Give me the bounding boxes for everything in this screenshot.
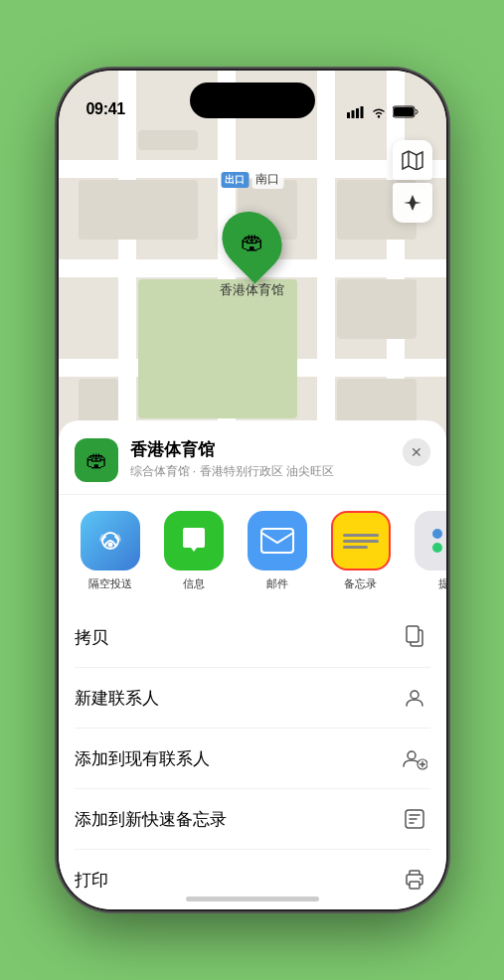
action-copy-label: 拷贝: [75, 626, 108, 649]
location-button[interactable]: [393, 183, 432, 223]
venue-icon: 🏟: [75, 438, 118, 482]
more-icon: [415, 511, 446, 571]
pin-label: 香港体育馆: [220, 281, 284, 299]
share-item-message[interactable]: 信息: [158, 511, 230, 591]
location-pin: 🏟 香港体育馆: [220, 210, 284, 299]
mail-icon: [248, 511, 307, 571]
phone-screen: 09:41: [59, 71, 446, 909]
svg-rect-6: [394, 107, 414, 116]
share-item-mail[interactable]: 邮件: [242, 511, 313, 591]
phone-frame: 09:41: [59, 71, 446, 909]
svg-rect-11: [407, 626, 419, 642]
action-new-contact-label: 新建联系人: [75, 687, 159, 710]
svg-point-4: [377, 115, 379, 117]
notes-line-2: [343, 540, 379, 543]
message-symbol: [177, 524, 211, 558]
pin-emoji: 🏟: [241, 228, 264, 255]
svg-point-13: [408, 751, 416, 759]
action-quick-note-label: 添加到新快速备忘录: [75, 808, 227, 831]
action-new-contact[interactable]: 新建联系人: [75, 668, 430, 729]
more-label: 提: [438, 576, 446, 591]
exit-tag: 出口: [221, 172, 249, 188]
dynamic-island: [190, 82, 315, 118]
map-controls[interactable]: [393, 140, 432, 223]
mail-label: 邮件: [266, 576, 288, 591]
status-icons: [347, 105, 419, 118]
svg-rect-0: [347, 112, 350, 118]
svg-rect-17: [410, 882, 420, 889]
signal-icon: [347, 106, 365, 118]
airdrop-icon: [81, 511, 140, 571]
print-icon: [399, 864, 430, 896]
copy-icon: [399, 621, 430, 653]
svg-rect-2: [356, 108, 359, 118]
action-quick-note[interactable]: 添加到新快速备忘录: [75, 789, 430, 850]
action-list: 拷贝 新建联系人: [59, 607, 446, 909]
bottom-sheet: 🏟 香港体育馆 综合体育馆 · 香港特别行政区 油尖旺区 ✕: [59, 420, 446, 909]
share-item-airdrop[interactable]: 隔空投送: [75, 511, 146, 591]
map-view-button[interactable]: [393, 140, 432, 180]
status-time: 09:41: [86, 100, 125, 118]
close-icon: ✕: [411, 444, 422, 460]
svg-rect-3: [360, 106, 363, 118]
action-copy[interactable]: 拷贝: [75, 607, 430, 668]
close-button[interactable]: ✕: [403, 438, 430, 466]
action-add-contact-label: 添加到现有联系人: [75, 747, 210, 770]
airdrop-symbol: [94, 525, 126, 557]
message-label: 信息: [183, 576, 205, 591]
location-icon: [404, 194, 421, 212]
south-exit-label: 南口: [252, 170, 283, 189]
svg-point-12: [411, 691, 419, 699]
venue-emoji: 🏟: [85, 447, 107, 473]
svg-rect-1: [351, 110, 354, 118]
map-label: 出口 南口: [221, 170, 283, 189]
wifi-icon: [371, 106, 387, 118]
mail-symbol: [259, 527, 295, 555]
share-row: 隔空投送 信息: [59, 495, 446, 607]
map-view-icon: [402, 150, 423, 170]
add-contact-icon: [399, 742, 430, 774]
svg-rect-9: [261, 529, 293, 553]
venue-name: 香港体育馆: [130, 438, 391, 461]
new-contact-icon: [399, 682, 430, 714]
quick-note-icon: [399, 803, 430, 835]
action-add-contact[interactable]: 添加到现有联系人: [75, 729, 430, 789]
share-item-notes[interactable]: 备忘录: [325, 511, 397, 591]
svg-point-18: [420, 878, 421, 880]
battery-icon: [393, 105, 419, 118]
pin-shape: 🏟: [210, 200, 294, 284]
share-item-more[interactable]: 提: [409, 511, 446, 591]
svg-point-8: [107, 543, 112, 548]
notes-line-1: [343, 534, 379, 537]
venue-info: 香港体育馆 综合体育馆 · 香港特别行政区 油尖旺区: [130, 438, 391, 480]
notes-lines: [343, 534, 379, 549]
home-indicator: [186, 897, 319, 901]
message-icon: [164, 511, 224, 571]
notes-icon: [331, 511, 391, 571]
action-print-label: 打印: [75, 869, 108, 892]
notes-line-3: [343, 546, 368, 549]
venue-desc: 综合体育馆 · 香港特别行政区 油尖旺区: [130, 463, 391, 480]
venue-header: 🏟 香港体育馆 综合体育馆 · 香港特别行政区 油尖旺区 ✕: [59, 420, 446, 495]
airdrop-label: 隔空投送: [88, 576, 132, 591]
notes-label: 备忘录: [344, 576, 377, 591]
